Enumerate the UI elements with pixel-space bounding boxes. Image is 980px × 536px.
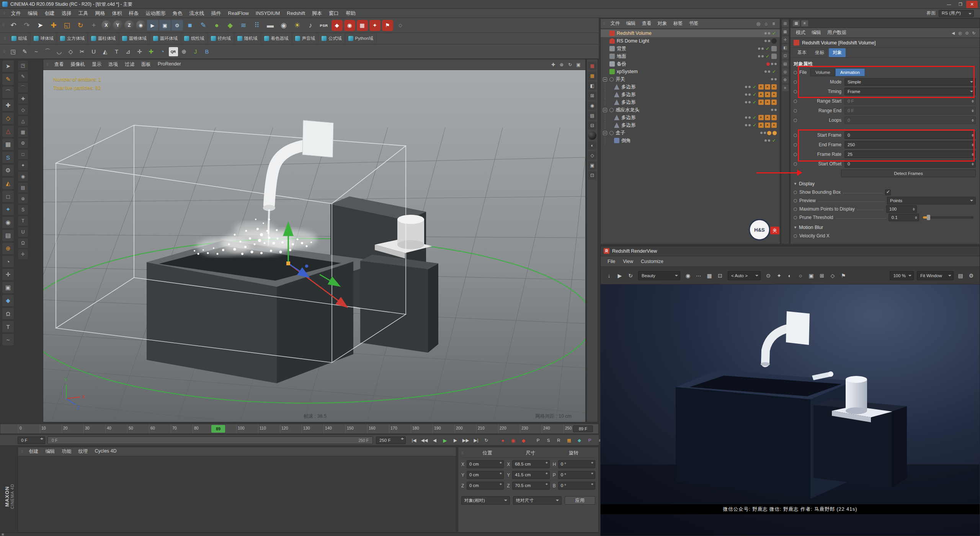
deformer-button[interactable]: ◆ [224,19,237,32]
pan-view-icon[interactable]: ✚ [549,61,557,69]
palette-tool-icon[interactable]: ◭ [2,178,14,189]
scale-tool-icon[interactable]: ◱ [61,19,74,32]
aov-dropdown[interactable]: Beauty [638,271,680,280]
mode-tool-icon[interactable]: ▤ [18,183,28,193]
menu-item[interactable]: 工具 [75,9,92,18]
field-toolbar-item[interactable]: 圆环体域 [150,33,181,44]
prune-threshold-field[interactable]: 0.1 [889,214,919,221]
menu-item[interactable]: Redshift [283,9,309,18]
mode-tool-icon[interactable]: ⊕ [18,194,28,204]
mode-tool-icon[interactable]: T [18,216,28,226]
lock-icon[interactable]: ⊙ [964,29,970,36]
field-toolbar-item[interactable]: 随机域 [234,33,261,44]
display-mode-icon[interactable]: ◉ [683,270,693,281]
palette-tool-icon[interactable]: ✦ [2,204,14,215]
menu-item[interactable]: 创建 [41,9,58,18]
image-icon[interactable]: ▣ [806,270,817,281]
region-icon[interactable]: ○ [795,270,806,281]
layout-dropdown[interactable]: RS (用户) [939,10,974,17]
collapse-toggle[interactable] [603,108,607,112]
text-tool-icon[interactable]: T [111,46,122,57]
mode-tool-icon[interactable]: ◉ [18,172,28,181]
next-frame-button[interactable]: ▶ [450,436,461,444]
menu-item[interactable]: RealFlow [225,9,252,18]
texture-tag[interactable] [765,84,770,90]
mode-tool-icon[interactable]: △ [18,116,28,126]
layer-color-tag[interactable] [766,62,770,66]
key-rotation-toggle[interactable]: R [554,436,564,444]
mode-tool-icon[interactable]: ✎ [18,72,28,82]
coord-system-icon[interactable]: ◉ [136,20,146,30]
menu-item[interactable]: 运动图形 [142,9,169,18]
dock-icon[interactable]: ▤ [782,60,789,67]
palette-tool-icon[interactable]: ➤ [2,60,14,72]
redshift-settings-button[interactable]: ▦ [357,20,368,31]
menu-item[interactable]: 帮助 [342,9,359,18]
key-parameter-toggle[interactable]: ▦ [564,436,574,444]
palette-tool-icon[interactable]: S [2,152,14,163]
material-menu-item[interactable]: 纹理 [75,448,91,455]
texture-tag[interactable] [758,84,764,90]
snap-icon[interactable]: ✦ [774,270,784,281]
object-row-polygon[interactable]: 多边形 [601,114,780,121]
object-row-redshift-volume[interactable]: Redshift Volume [601,29,780,37]
material-menu-item[interactable]: 功能 [59,448,75,455]
material-menu-item[interactable]: Cycles 4D [91,448,120,455]
prev-frame-button[interactable]: ◀ [430,436,440,444]
start-frame-field[interactable]: 0 [844,131,976,139]
lock-icon[interactable]: ⊙ [763,270,774,281]
dock-icon[interactable]: ≡ [782,85,789,91]
dots-icon[interactable]: ⋯ [693,270,704,281]
zoom-view-icon[interactable]: ⊕ [558,61,565,69]
search-icon[interactable]: ◎ [755,20,762,28]
add-cube-button[interactable]: ■ [184,19,196,32]
last-tool-icon[interactable]: + [88,19,100,32]
am-menu-item[interactable]: 用户数据 [824,29,849,36]
settings-icon[interactable]: ⚙ [966,270,977,281]
rotation-p-field[interactable]: 0 ° [558,471,595,479]
field-toolbar-item[interactable]: 着色器域 [261,33,292,44]
key-position-toggle[interactable]: P [533,436,543,444]
camera-icon[interactable]: ◉ [588,101,596,110]
am-menu-item[interactable]: 编辑 [808,29,824,36]
key-scale-toggle[interactable]: S [543,436,554,444]
material-menu-item[interactable]: 编辑 [42,448,59,455]
field-toolbar-item[interactable]: 球体域 [31,33,57,44]
material-tag[interactable] [771,54,777,59]
field-toolbar-item[interactable]: 组域 [8,33,31,44]
search-icon[interactable]: ◎ [957,29,964,36]
field-toolbar-item[interactable]: 公式域 [318,33,345,44]
dock-icon[interactable]: ◎ [782,69,789,75]
rotate-tool-icon[interactable]: ↻ [74,19,87,32]
mode-tool-icon[interactable]: ◳ [18,60,28,70]
object-row-xpsystem[interactable]: xpSystem [601,68,780,75]
collapse-toggle[interactable] [603,131,607,135]
polygon-pen-icon[interactable]: ◇ [65,46,76,57]
tab-basic[interactable]: 基本 [794,48,810,57]
camera-button[interactable]: ◉ [278,19,290,32]
back-icon[interactable]: ◀ [950,29,957,36]
object-row-faucet-group[interactable]: 感应水龙头 [601,106,780,114]
om-menu-item[interactable]: 对象 [655,20,670,27]
undo-icon[interactable]: ↶ [7,19,20,32]
extrude-icon[interactable]: ⊿ [123,46,134,57]
om-menu-item[interactable]: 查看 [639,20,655,27]
render-picture-button[interactable]: ▣ [159,20,171,31]
move-tool-icon[interactable]: ✚ [47,19,60,32]
autokey-button[interactable]: ◉ [508,436,518,444]
om-menu-item[interactable]: 文件 [608,20,623,27]
mode-tool-icon[interactable]: ⌒ [18,83,28,93]
shading-icon[interactable]: ◐ [588,141,596,150]
object-row-polygon[interactable]: 多边形 [601,83,780,91]
light-button[interactable]: ☀ [291,19,304,32]
mirror-icon[interactable]: ◭ [100,46,111,57]
position-x-field[interactable]: 0 cm [467,460,504,468]
dock-icon[interactable]: ⚙ [782,77,789,83]
field-toolbar-item[interactable]: 圆柱体域 [88,33,119,44]
fit-dropdown[interactable]: Fit Window [917,271,954,280]
dock-icon[interactable]: ⊡ [782,52,789,59]
mode-tool-icon[interactable]: ⚙ [18,138,28,148]
object-row-floor[interactable]: 地面 [601,52,780,60]
home-icon[interactable]: ⌂ [762,20,770,28]
palette-tool-icon[interactable]: ✎ [2,74,14,85]
